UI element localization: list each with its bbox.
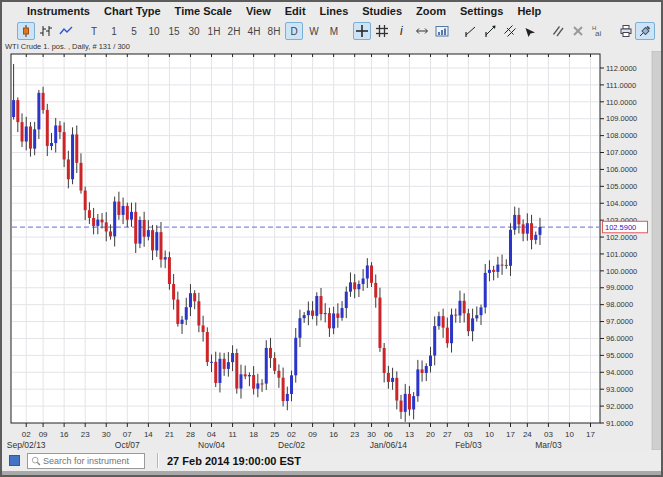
svg-text:30: 30	[367, 430, 376, 439]
svg-text:98.0000: 98.0000	[606, 300, 633, 309]
search-icon	[31, 452, 41, 470]
svg-text:07: 07	[123, 430, 132, 439]
svg-text:99.0000: 99.0000	[606, 283, 633, 292]
instrument-search-box[interactable]	[27, 453, 145, 469]
svg-text:Nov/04: Nov/04	[198, 440, 225, 450]
print-button[interactable]	[617, 22, 635, 40]
menu-help[interactable]: Help	[512, 4, 546, 18]
channel-button[interactable]	[501, 22, 519, 40]
timeframe-5-button[interactable]: 5	[125, 22, 143, 40]
ray-line-icon	[483, 24, 497, 38]
svg-text:96.0000: 96.0000	[606, 334, 633, 343]
svg-text:17: 17	[586, 430, 595, 439]
svg-text:112.0000: 112.0000	[606, 64, 637, 73]
svg-text:21: 21	[165, 430, 174, 439]
svg-text:10: 10	[485, 430, 494, 439]
text-label-button[interactable]: Hai	[589, 22, 607, 40]
status-bar: 27 Feb 2014 19:00:00 EST	[2, 450, 661, 471]
volume-button[interactable]	[433, 22, 451, 40]
svg-text:23: 23	[81, 430, 90, 439]
svg-text:14: 14	[144, 430, 153, 439]
svg-text:17: 17	[506, 430, 515, 439]
candlestick-chart-button[interactable]	[17, 22, 35, 40]
crosshair-button[interactable]	[353, 22, 371, 40]
grid-button[interactable]	[373, 22, 391, 40]
timeframe-2H-button[interactable]: 2H	[225, 22, 243, 40]
timeframe-4H-button[interactable]: 4H	[245, 22, 263, 40]
menu-studies[interactable]: Studies	[357, 4, 407, 18]
svg-text:100.0000: 100.0000	[606, 267, 637, 276]
svg-text:105.0000: 105.0000	[606, 182, 637, 191]
menu-instruments[interactable]: Instruments	[22, 4, 95, 18]
crosshair-icon	[355, 24, 369, 38]
last-price-tag: 102.5900	[603, 221, 648, 233]
chart-application-window: InstrumentsChart TypeTime ScaleViewEditL…	[0, 0, 663, 477]
svg-text:110.0000: 110.0000	[606, 98, 637, 107]
search-input[interactable]	[41, 455, 141, 467]
timeframe-M-button[interactable]: M	[325, 22, 343, 40]
svg-text:06: 06	[384, 430, 393, 439]
text-label-icon: Hai	[591, 24, 605, 38]
line-chart-icon	[59, 24, 73, 38]
window-bottom-edge	[2, 471, 661, 475]
svg-text:30: 30	[102, 430, 111, 439]
expand-horizontal-icon	[415, 24, 429, 38]
pointer-arrow-icon	[523, 24, 537, 38]
svg-text:91.0000: 91.0000	[606, 419, 633, 428]
timeframe-30-button[interactable]: 30	[185, 22, 203, 40]
chart-area[interactable]: 0209162330071421280411182502091623300613…	[2, 51, 661, 450]
menu-settings[interactable]: Settings	[455, 4, 508, 18]
line-chart-button[interactable]	[57, 22, 75, 40]
menu-lines[interactable]: Lines	[315, 4, 354, 18]
svg-text:106.0000: 106.0000	[606, 165, 637, 174]
svg-text:109.0000: 109.0000	[606, 114, 637, 123]
menu-edit[interactable]: Edit	[280, 4, 311, 18]
timeframe-D-button[interactable]: D	[285, 22, 303, 40]
pin-button[interactable]	[635, 22, 655, 40]
ohlc-bars-icon	[39, 24, 53, 38]
svg-text:102.5900: 102.5900	[605, 223, 636, 232]
pointer-arrow-button[interactable]	[521, 22, 539, 40]
svg-text:95.0000: 95.0000	[606, 351, 633, 360]
chart-title: WTI Crude 1. pos. , Daily, # 131 / 300	[2, 42, 661, 51]
svg-text:Mar/03: Mar/03	[535, 440, 562, 450]
menu-zoom[interactable]: Zoom	[411, 4, 451, 18]
price-chart[interactable]: 0209162330071421280411182502091623300613…	[2, 51, 663, 450]
volume-icon	[435, 24, 449, 38]
expand-horizontal-button[interactable]	[413, 22, 431, 40]
timeframe-W-button[interactable]: W	[305, 22, 323, 40]
timeframe-10-button[interactable]: 10	[145, 22, 163, 40]
price-axis[interactable]: 91.000092.000093.000094.000095.000096.00…	[600, 64, 637, 428]
info-button[interactable]: i	[393, 22, 411, 40]
trend-line-icon	[463, 24, 477, 38]
ray-line-button[interactable]	[481, 22, 499, 40]
menu-chart-type[interactable]: Chart Type	[99, 4, 166, 18]
ohlc-bars-button[interactable]	[37, 22, 55, 40]
menu-view[interactable]: View	[241, 4, 276, 18]
svg-text:ai: ai	[595, 29, 601, 38]
svg-text:111.0000: 111.0000	[606, 81, 636, 90]
svg-text:02: 02	[22, 430, 31, 439]
delete-drawing-button[interactable]	[569, 22, 587, 40]
svg-text:10: 10	[565, 430, 574, 439]
svg-text:27: 27	[443, 430, 452, 439]
menu-time-scale[interactable]: Time Scale	[170, 4, 237, 18]
trend-line-button[interactable]	[461, 22, 479, 40]
svg-text:94.0000: 94.0000	[606, 368, 633, 377]
parallel-lines-button[interactable]	[549, 22, 567, 40]
timeframe-1-button[interactable]: 1	[105, 22, 123, 40]
svg-text:Sep/02/13: Sep/02/13	[7, 440, 46, 450]
channel-icon	[503, 24, 517, 38]
svg-text:104.0000: 104.0000	[606, 199, 637, 208]
svg-text:03: 03	[544, 430, 553, 439]
svg-text:04: 04	[207, 430, 216, 439]
timeframe-8H-button[interactable]: 8H	[265, 22, 283, 40]
svg-text:20: 20	[426, 430, 435, 439]
timeframe-T-button[interactable]: T	[85, 22, 103, 40]
timeframe-1H-button[interactable]: 1H	[205, 22, 223, 40]
svg-text:25: 25	[270, 430, 279, 439]
timeframe-15-button[interactable]: 15	[165, 22, 183, 40]
svg-text:16: 16	[60, 430, 69, 439]
pin-icon	[638, 24, 652, 38]
svg-text:97.0000: 97.0000	[606, 317, 633, 326]
